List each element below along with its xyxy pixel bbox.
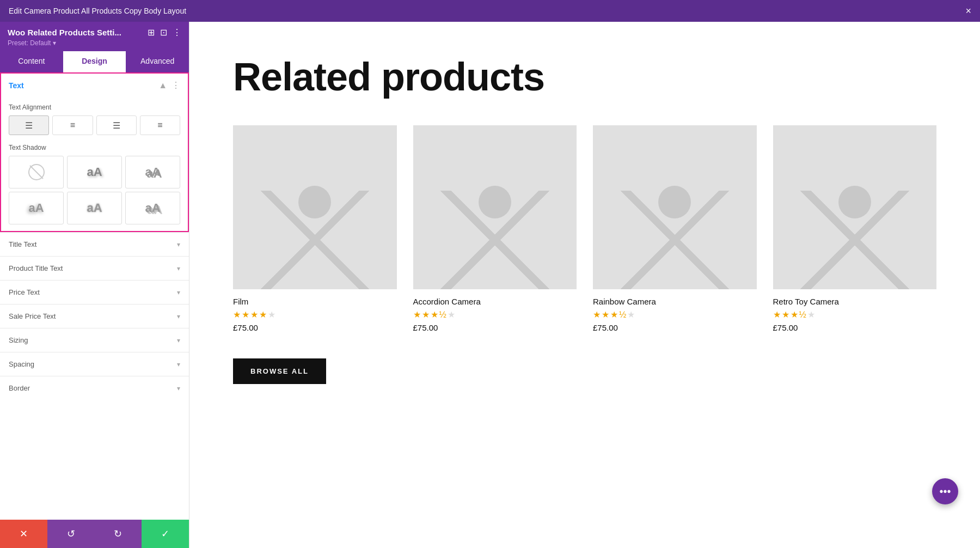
align-justify-button[interactable]: ≡ xyxy=(140,115,180,135)
sidebar-tabs: Content Design Advanced xyxy=(0,51,189,72)
border-header[interactable]: Border ▾ xyxy=(0,376,189,400)
section-menu-icon[interactable]: ⋮ xyxy=(171,80,180,90)
sizing-chevron: ▾ xyxy=(177,337,180,344)
product-title-text-label: Product Title Text xyxy=(9,264,63,272)
product-card-0[interactable]: Film ★★★★★ £75.00 xyxy=(233,125,397,332)
collapse-icon[interactable]: ▲ xyxy=(158,81,167,90)
sale-price-text-label: Sale Price Text xyxy=(9,312,56,320)
shadow-grid: aA aA aA aA aA xyxy=(9,156,180,224)
product-card-1[interactable]: Accordion Camera ★★★½★ £75.00 xyxy=(413,125,577,332)
product-image-3 xyxy=(773,125,937,289)
product-name-3: Retro Toy Camera xyxy=(773,297,937,306)
border-chevron: ▾ xyxy=(177,385,180,392)
shadow-none-option[interactable] xyxy=(9,156,64,188)
svg-line-1 xyxy=(30,166,43,179)
title-text-section: Title Text ▾ xyxy=(0,232,189,256)
title-text-header[interactable]: Title Text ▾ xyxy=(0,233,189,256)
close-button[interactable]: × xyxy=(965,5,971,17)
product-name-0: Film xyxy=(233,297,397,306)
sidebar: Woo Related Products Setti... ⊞ ⊡ ⋮ Pres… xyxy=(0,22,189,548)
sidebar-header-top: Woo Related Products Setti... ⊞ ⊡ ⋮ xyxy=(8,27,181,38)
sizing-label: Sizing xyxy=(9,336,28,344)
placeholder-image-1 xyxy=(413,125,577,289)
redo-button[interactable]: ↻ xyxy=(95,520,142,548)
shadow-label: Text Shadow xyxy=(9,144,180,151)
sidebar-content: Text ▲ ⋮ Text Alignment ☰ ≡ ☰ ≡ Text Sha… xyxy=(0,72,189,520)
alignment-buttons: ☰ ≡ ☰ ≡ xyxy=(9,115,180,135)
align-center-button[interactable]: ≡ xyxy=(52,115,93,135)
more-options-icon[interactable]: ⋮ xyxy=(173,27,181,38)
browse-all-button[interactable]: BROWSE ALL xyxy=(233,358,326,384)
text-section-controls: ▲ ⋮ xyxy=(158,80,180,90)
shadow-soft-left-option[interactable]: aA xyxy=(9,192,64,224)
product-name-1: Accordion Camera xyxy=(413,297,577,306)
responsive-icon[interactable]: ⊞ xyxy=(148,27,155,38)
shadow-hard-right-option[interactable]: aA xyxy=(125,156,180,188)
product-name-2: Rainbow Camera xyxy=(593,297,757,306)
page-heading: Related products xyxy=(233,54,936,99)
shadow-outline-option[interactable]: aA xyxy=(67,192,122,224)
product-card-3[interactable]: Retro Toy Camera ★★★½★ £75.00 xyxy=(773,125,937,332)
price-text-header[interactable]: Price Text ▾ xyxy=(0,281,189,304)
placeholder-image-0 xyxy=(233,125,397,289)
align-left-button[interactable]: ☰ xyxy=(9,115,49,135)
title-text-label: Title Text xyxy=(9,240,36,248)
tab-content[interactable]: Content xyxy=(0,51,63,72)
tab-advanced[interactable]: Advanced xyxy=(126,51,189,72)
spacing-label: Spacing xyxy=(9,360,34,368)
text-section-title: Text xyxy=(9,81,24,90)
text-section: Text ▲ ⋮ Text Alignment ☰ ≡ ☰ ≡ Text Sha… xyxy=(0,72,189,232)
products-grid: Film ★★★★★ £75.00 Accordion Camera ★★★½★… xyxy=(233,125,936,332)
product-stars-0: ★★★★★ xyxy=(233,309,397,320)
product-title-text-header[interactable]: Product Title Text ▾ xyxy=(0,257,189,280)
grid-icon[interactable]: ⊡ xyxy=(160,27,167,38)
bottom-bar: ✕ ↺ ↻ ✓ xyxy=(0,520,189,548)
text-section-body: Text Alignment ☰ ≡ ☰ ≡ Text Shadow aA aA xyxy=(1,97,188,231)
product-stars-3: ★★★½★ xyxy=(773,309,937,320)
title-text-chevron: ▾ xyxy=(177,241,180,248)
product-price-0: £75.00 xyxy=(233,323,397,332)
text-section-header: Text ▲ ⋮ xyxy=(1,74,188,97)
sale-price-text-section: Sale Price Text ▾ xyxy=(0,304,189,328)
product-stars-2: ★★★½★ xyxy=(593,309,757,320)
shadow-light-right-option[interactable]: aA xyxy=(67,156,122,188)
price-text-label: Price Text xyxy=(9,288,40,296)
confirm-button[interactable]: ✓ xyxy=(142,520,189,548)
border-label: Border xyxy=(9,384,30,392)
alignment-label: Text Alignment xyxy=(9,103,180,111)
product-stars-1: ★★★½★ xyxy=(413,309,577,320)
sizing-header[interactable]: Sizing ▾ xyxy=(0,328,189,352)
product-image-1 xyxy=(413,125,577,289)
spacing-chevron: ▾ xyxy=(177,361,180,368)
undo-button[interactable]: ↺ xyxy=(47,520,95,548)
sidebar-header-icons: ⊞ ⊡ ⋮ xyxy=(148,27,181,38)
tab-design[interactable]: Design xyxy=(63,51,126,72)
main-layout: Woo Related Products Setti... ⊞ ⊡ ⋮ Pres… xyxy=(0,22,980,548)
border-section: Border ▾ xyxy=(0,376,189,400)
widget-title: Woo Related Products Setti... xyxy=(8,28,121,37)
fab-icon: ••• xyxy=(939,485,951,498)
product-image-2 xyxy=(593,125,757,289)
sale-price-text-chevron: ▾ xyxy=(177,313,180,320)
product-card-2[interactable]: Rainbow Camera ★★★½★ £75.00 xyxy=(593,125,757,332)
price-text-chevron: ▾ xyxy=(177,289,180,296)
top-bar: Edit Camera Product All Products Copy Bo… xyxy=(0,0,980,22)
product-price-2: £75.00 xyxy=(593,323,757,332)
product-title-text-section: Product Title Text ▾ xyxy=(0,256,189,280)
main-content: Related products Film ★★★★★ £75.00 Accor… xyxy=(189,22,980,548)
sale-price-text-header[interactable]: Sale Price Text ▾ xyxy=(0,305,189,328)
top-bar-title: Edit Camera Product All Products Copy Bo… xyxy=(9,7,186,15)
product-price-3: £75.00 xyxy=(773,323,937,332)
price-text-section: Price Text ▾ xyxy=(0,280,189,304)
product-title-text-chevron: ▾ xyxy=(177,265,180,272)
spacing-section: Spacing ▾ xyxy=(0,352,189,376)
spacing-header[interactable]: Spacing ▾ xyxy=(0,352,189,376)
shadow-bottom-option[interactable]: aA xyxy=(125,192,180,224)
product-image-0 xyxy=(233,125,397,289)
sidebar-header: Woo Related Products Setti... ⊞ ⊡ ⋮ Pres… xyxy=(0,22,189,51)
cancel-button[interactable]: ✕ xyxy=(0,520,47,548)
fab-button[interactable]: ••• xyxy=(932,478,958,504)
preset-selector[interactable]: Preset: Default ▾ xyxy=(8,39,181,47)
product-price-1: £75.00 xyxy=(413,323,577,332)
align-right-button[interactable]: ☰ xyxy=(96,115,137,135)
